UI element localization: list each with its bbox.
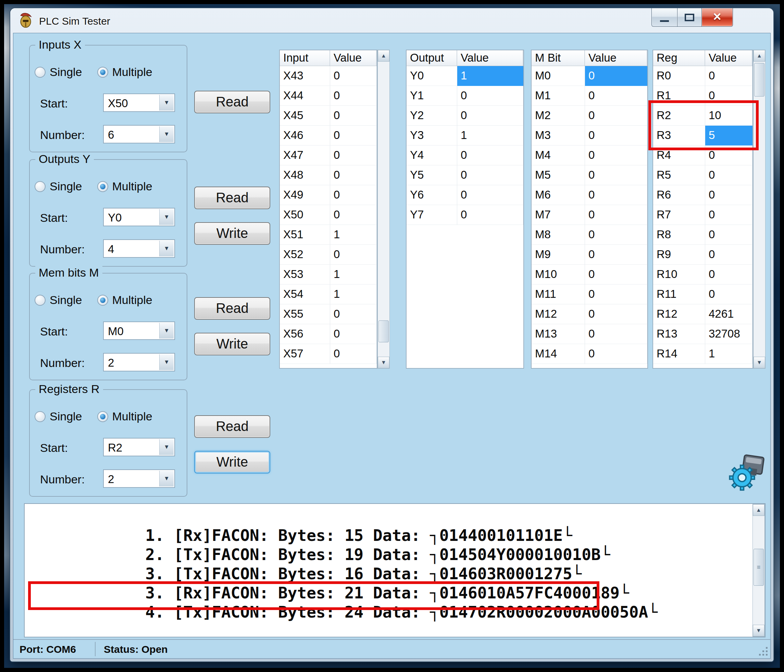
table-row[interactable]: M6 0 (532, 185, 647, 205)
inputs-table-scrollbar[interactable]: ▲ ▼ (378, 50, 390, 369)
table-row[interactable]: X45 0 (280, 106, 377, 126)
table-row[interactable]: R11 0 (653, 284, 753, 304)
read-mem-button[interactable]: Read (194, 297, 270, 320)
table-row[interactable]: R6 0 (653, 185, 753, 205)
radio-single[interactable]: Single (34, 293, 82, 307)
scroll-up-button[interactable]: ▲ (753, 504, 764, 516)
scroll-up-button[interactable]: ▲ (378, 50, 389, 62)
table-row[interactable]: X47 0 (280, 146, 377, 165)
table-row[interactable]: Y1 0 (406, 86, 523, 106)
table-row[interactable]: R13 32708 (653, 324, 753, 344)
maximize-button[interactable] (677, 8, 702, 27)
table-row[interactable]: Y6 0 (406, 185, 523, 205)
column-header-value[interactable]: Value (330, 50, 377, 66)
table-row[interactable]: X48 0 (280, 165, 377, 185)
table-row[interactable]: R9 0 (653, 245, 753, 265)
log-scrollbar[interactable]: ▲ ≡ ▼ (753, 504, 765, 637)
registers-table-scrollbar[interactable]: ▲ ▼ (753, 50, 765, 369)
table-row[interactable]: R4 0 (653, 146, 753, 165)
table-row[interactable]: M7 0 (532, 205, 647, 225)
write-mem-button[interactable]: Write (194, 333, 270, 355)
radio-single[interactable]: Single (34, 65, 82, 79)
table-row[interactable]: R12 4261 (653, 304, 753, 324)
table-row[interactable]: R3 5 (653, 126, 753, 146)
table-row[interactable]: M2 0 (532, 106, 647, 126)
table-row[interactable]: M0 0 (532, 66, 647, 86)
column-header-output[interactable]: Output (406, 50, 457, 66)
table-row[interactable]: X54 1 (280, 284, 377, 304)
table-row[interactable]: X55 0 (280, 304, 377, 324)
column-header-mbit[interactable]: M Bit (532, 50, 585, 66)
table-row[interactable]: R10 0 (653, 265, 753, 284)
table-row[interactable]: Y7 0 (406, 205, 523, 225)
reg-start-combobox[interactable]: R2 ▼ (103, 438, 175, 456)
column-header-value[interactable]: Value (705, 50, 753, 66)
table-row[interactable]: M13 0 (532, 324, 647, 344)
write-registers-button[interactable]: Write (194, 451, 270, 473)
table-row[interactable]: R7 0 (653, 205, 753, 225)
radio-multiple[interactable]: Multiple (97, 293, 152, 307)
chevron-down-icon[interactable]: ▼ (159, 209, 174, 225)
table-row[interactable]: Y3 1 (406, 126, 523, 146)
resize-grip[interactable] (757, 645, 768, 656)
table-row[interactable]: Y2 0 (406, 106, 523, 126)
table-row[interactable]: X43 0 (280, 66, 377, 86)
outputs-start-combobox[interactable]: Y0 ▼ (103, 208, 175, 226)
table-row[interactable]: M11 0 (532, 284, 647, 304)
table-row[interactable]: R1 0 (653, 86, 753, 106)
radio-multiple[interactable]: Multiple (97, 410, 152, 423)
table-row[interactable]: X51 1 (280, 225, 377, 245)
mem-start-combobox[interactable]: M0 ▼ (103, 321, 175, 340)
titlebar[interactable]: PLC Sim Tester ✕ (10, 8, 773, 33)
table-row[interactable]: Y4 0 (406, 146, 523, 165)
radio-single[interactable]: Single (34, 180, 82, 193)
table-row[interactable]: R5 0 (653, 165, 753, 185)
chevron-down-icon[interactable]: ▼ (159, 354, 174, 370)
inputs-start-combobox[interactable]: X50 ▼ (103, 93, 175, 112)
table-row[interactable]: Y5 0 (406, 165, 523, 185)
column-header-value[interactable]: Value (585, 50, 647, 66)
read-outputs-button[interactable]: Read (194, 186, 270, 209)
table-row[interactable]: X53 1 (280, 265, 377, 284)
table-row[interactable]: X52 0 (280, 245, 377, 265)
scrollbar-thumb[interactable]: ≡ (753, 549, 764, 586)
reg-number-combobox[interactable]: 2 ▼ (103, 469, 175, 488)
table-row[interactable]: M3 0 (532, 126, 647, 146)
table-row[interactable]: R2 10 (653, 106, 753, 126)
column-header-input[interactable]: Input (280, 50, 330, 66)
table-row[interactable]: M12 0 (532, 304, 647, 324)
table-row[interactable]: M4 0 (532, 146, 647, 165)
scroll-up-button[interactable]: ▲ (753, 50, 765, 62)
radio-multiple[interactable]: Multiple (97, 180, 152, 193)
table-row[interactable]: X46 0 (280, 126, 377, 146)
table-row[interactable]: M9 0 (532, 245, 647, 265)
radio-multiple[interactable]: Multiple (97, 65, 152, 79)
column-header-value[interactable]: Value (457, 50, 523, 66)
table-row[interactable]: X49 0 (280, 185, 377, 205)
chevron-down-icon[interactable]: ▼ (159, 241, 174, 256)
table-row[interactable]: X56 0 (280, 324, 377, 344)
read-inputs-button[interactable]: Read (194, 91, 270, 113)
table-row[interactable]: X50 0 (280, 205, 377, 225)
chevron-down-icon[interactable]: ▼ (159, 439, 174, 455)
table-row[interactable]: M1 0 (532, 86, 647, 106)
table-row[interactable]: X57 0 (280, 344, 377, 364)
table-row[interactable]: M14 0 (532, 344, 647, 364)
chevron-down-icon[interactable]: ▼ (159, 471, 174, 486)
scroll-down-button[interactable]: ▼ (753, 625, 764, 636)
inputs-number-combobox[interactable]: 6 ▼ (103, 125, 175, 143)
scroll-down-button[interactable]: ▼ (753, 357, 765, 368)
table-row[interactable]: M5 0 (532, 165, 647, 185)
outputs-number-combobox[interactable]: 4 ▼ (103, 239, 175, 258)
chevron-down-icon[interactable]: ▼ (159, 95, 174, 110)
write-outputs-button[interactable]: Write (194, 222, 270, 245)
chevron-down-icon[interactable]: ▼ (159, 126, 174, 142)
minimize-button[interactable] (652, 8, 677, 27)
table-row[interactable]: R0 0 (653, 66, 753, 86)
table-row[interactable]: Y0 1 (406, 66, 523, 86)
table-row[interactable]: X44 0 (280, 86, 377, 106)
scroll-down-button[interactable]: ▼ (378, 357, 389, 368)
table-row[interactable]: R14 1 (653, 344, 753, 364)
column-header-reg[interactable]: Reg (653, 50, 705, 66)
table-row[interactable]: M10 0 (532, 265, 647, 284)
